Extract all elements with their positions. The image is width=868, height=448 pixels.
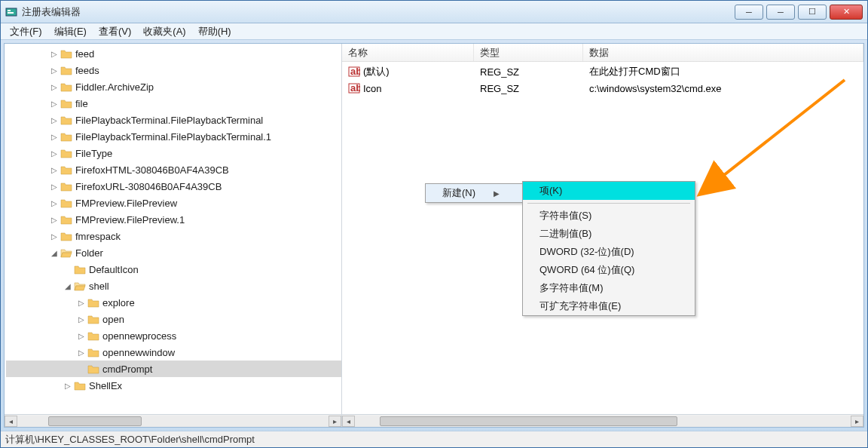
menu-view[interactable]: 查看(V) <box>93 23 137 39</box>
menu-favorites[interactable]: 收藏夹(A) <box>137 23 191 39</box>
tree-item-label: cmdPrompt <box>102 364 152 375</box>
window-title: 注册表编辑器 <box>22 5 735 19</box>
close-button[interactable]: ✕ <box>830 5 863 20</box>
submenu-arrow-icon: ▶ <box>478 189 500 198</box>
tree-item[interactable]: ▷FMPreview.FilePreview.1 <box>6 211 341 228</box>
tree-item-label: ShellEx <box>89 380 122 391</box>
tree-item-label: Folder <box>75 247 103 259</box>
expand-icon[interactable]: ▷ <box>50 83 59 91</box>
col-type[interactable]: 类型 <box>474 44 583 61</box>
value-name: (默认) <box>363 65 390 78</box>
scroll-right-icon[interactable]: ▸ <box>329 416 341 427</box>
value-type: REG_SZ <box>480 66 519 78</box>
submenu-item[interactable]: QWORD (64 位)值(Q) <box>523 261 695 279</box>
tree-item[interactable]: ▷fmrespack <box>6 228 341 244</box>
menu-file[interactable]: 文件(F) <box>4 23 48 39</box>
expand-icon[interactable]: ▷ <box>50 216 59 224</box>
tree-item-label: FilePlaybackTerminal.FilePlaybackTermina… <box>75 131 271 143</box>
tree-item-label: Fiddler.ArchiveZip <box>75 81 154 93</box>
value-name: Icon <box>363 83 382 94</box>
tree-item[interactable]: ▷explore <box>6 294 341 311</box>
menu-help[interactable]: 帮助(H) <box>192 23 237 39</box>
expand-icon[interactable]: ▷ <box>50 149 59 158</box>
tree-item[interactable]: ▷FMPreview.FilePreview <box>6 195 341 211</box>
tree-item[interactable]: ▷FirefoxURL-308046B0AF4A39CB <box>6 178 341 195</box>
tree-item-label: open <box>102 314 124 325</box>
expand-icon[interactable]: ▷ <box>77 348 86 357</box>
value-row[interactable]: ab(默认)REG_SZ在此处打开CMD窗口 <box>342 63 863 80</box>
value-row[interactable]: abIconREG_SZc:\windows\system32\cmd.exe <box>342 80 863 97</box>
submenu-item[interactable]: 多字符串值(M) <box>523 279 695 297</box>
minimize2-button[interactable]: ─ <box>766 5 795 20</box>
tree-item[interactable]: ▷Fiddler.ArchiveZip <box>6 78 341 95</box>
submenu-item[interactable]: 字符串值(S) <box>523 207 695 225</box>
expand-icon[interactable]: ▷ <box>77 332 86 340</box>
submenu-item[interactable]: 项(K) <box>523 182 695 200</box>
values-list[interactable]: ab(默认)REG_SZ在此处打开CMD窗口abIconREG_SZc:\win… <box>342 62 863 98</box>
expand-icon[interactable]: ▷ <box>50 116 59 124</box>
tree-item[interactable]: ◢shell <box>6 278 341 294</box>
expand-icon[interactable]: ▷ <box>77 315 86 324</box>
new-submenu[interactable]: 项(K)字符串值(S)二进制值(B)DWORD (32-位)值(D)QWORD … <box>522 181 695 316</box>
submenu-item[interactable]: DWORD (32-位)值(D) <box>523 243 695 261</box>
tree-item[interactable]: ▷FileType <box>6 145 341 161</box>
tree-item[interactable]: ◢Folder <box>6 244 341 261</box>
tree-item-label: FMPreview.FilePreview.1 <box>75 214 185 226</box>
col-name[interactable]: 名称 <box>342 44 474 61</box>
tree-item-label: shell <box>89 281 109 292</box>
tree-item[interactable]: ▷FirefoxHTML-308046B0AF4A39CB <box>6 161 341 178</box>
col-data[interactable]: 数据 <box>583 44 863 61</box>
submenu-item[interactable]: 二进制值(B) <box>523 225 695 243</box>
menu-edit[interactable]: 编辑(E) <box>48 23 93 39</box>
values-pane: 名称 类型 数据 ab(默认)REG_SZ在此处打开CMD窗口abIconREG… <box>342 44 863 427</box>
expand-icon[interactable]: ▷ <box>50 100 59 108</box>
tree-item[interactable]: ▷feed <box>6 45 341 62</box>
titlebar[interactable]: 注册表编辑器 ─ ─ ☐ ✕ <box>1 1 867 23</box>
minimize-button[interactable]: ─ <box>735 5 763 20</box>
expand-icon[interactable]: ◢ <box>50 249 59 257</box>
tree-item-label: opennewprocess <box>102 330 176 342</box>
tree-item[interactable]: ▷opennewprocess <box>6 327 341 344</box>
expand-icon[interactable]: ◢ <box>63 282 72 290</box>
expand-icon[interactable]: ▷ <box>50 199 59 207</box>
registry-tree[interactable]: ▷feed▷feeds▷Fiddler.ArchiveZip▷file▷File… <box>5 44 341 395</box>
expand-icon[interactable]: ▷ <box>50 66 59 75</box>
tree-item[interactable]: ▷opennewwindow <box>6 344 341 361</box>
menu-new[interactable]: 新建(N) ▶ <box>426 184 522 202</box>
tree-item[interactable]: ▷open <box>6 311 341 327</box>
submenu-item[interactable]: 可扩充字符串值(E) <box>523 297 695 315</box>
tree-item[interactable]: ▷FilePlaybackTerminal.FilePlaybackTermin… <box>6 112 341 128</box>
tree-item[interactable]: ▷file <box>6 95 341 112</box>
regedit-icon <box>5 6 17 18</box>
menu-new-label: 新建(N) <box>442 186 475 200</box>
tree-hscrollbar[interactable]: ◂ ▸ <box>5 414 341 427</box>
expand-icon[interactable]: ▷ <box>50 133 59 141</box>
expand-icon[interactable]: ▷ <box>50 50 59 58</box>
menubar: 文件(F) 编辑(E) 查看(V) 收藏夹(A) 帮助(H) <box>1 23 867 40</box>
expand-icon[interactable]: ▷ <box>77 299 86 307</box>
scroll-left-icon[interactable]: ◂ <box>342 416 355 427</box>
tree-item[interactable]: ▷feeds <box>6 62 341 78</box>
expand-icon[interactable]: ▷ <box>50 183 59 191</box>
scroll-left-icon[interactable]: ◂ <box>5 416 17 427</box>
expand-icon[interactable]: ▷ <box>50 166 59 174</box>
svg-text:ab: ab <box>350 82 360 94</box>
menu-separator <box>527 203 690 204</box>
expand-icon[interactable]: ▷ <box>63 382 72 390</box>
context-menu[interactable]: 新建(N) ▶ <box>425 183 523 203</box>
expand-icon[interactable]: ▷ <box>50 232 59 241</box>
values-header[interactable]: 名称 类型 数据 <box>342 44 863 62</box>
values-hscrollbar[interactable]: ◂ ▸ <box>342 414 863 427</box>
statusbar-path: 计算机\HKEY_CLASSES_ROOT\Folder\shell\cmdPr… <box>5 433 255 446</box>
tree-item[interactable]: ▷FilePlaybackTerminal.FilePlaybackTermin… <box>6 128 341 145</box>
maximize-button[interactable]: ☐ <box>798 5 827 20</box>
tree-item-label: FirefoxHTML-308046B0AF4A39CB <box>75 164 229 176</box>
scroll-right-icon[interactable]: ▸ <box>851 416 863 427</box>
value-data: c:\windows\system32\cmd.exe <box>589 83 722 94</box>
statusbar: 计算机\HKEY_CLASSES_ROOT\Folder\shell\cmdPr… <box>1 431 867 447</box>
tree-item[interactable]: cmdPrompt <box>6 361 341 377</box>
tree-item[interactable]: DefaultIcon <box>6 261 341 278</box>
value-data: 在此处打开CMD窗口 <box>589 65 680 78</box>
tree-item-label: explore <box>102 297 135 308</box>
tree-item[interactable]: ▷ShellEx <box>6 377 341 394</box>
